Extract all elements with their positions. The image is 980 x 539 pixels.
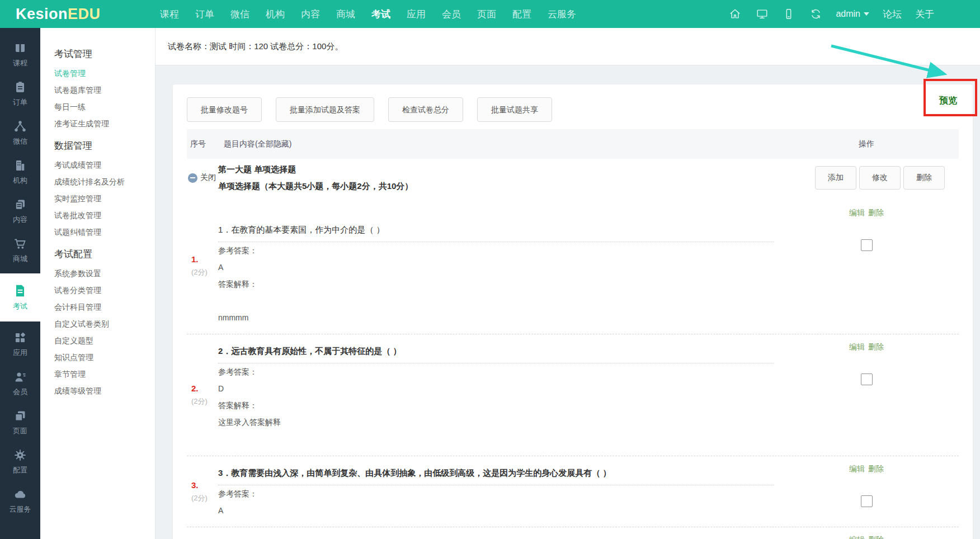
home-icon[interactable]	[728, 7, 742, 21]
share-nodes-icon	[13, 120, 27, 133]
submenu-item-chapter-management[interactable]: 章节管理	[54, 366, 155, 382]
delete-link[interactable]: 删除	[868, 463, 884, 474]
question-2-checkbox[interactable]	[861, 373, 873, 385]
submenu-item-paper-grading[interactable]: 试卷批改管理	[54, 207, 155, 224]
topnav-item-exam[interactable]: 考试	[371, 8, 390, 21]
add-question-button[interactable]: 添加	[815, 166, 856, 190]
group-titles: 第一大题 单项选择题 单项选择题（本大题共5小题，每小题2分，共10分）	[218, 161, 774, 195]
gear-icon	[13, 448, 27, 462]
sidebar-item-wechat[interactable]: 微信	[0, 114, 40, 153]
sidebar-item-cloud[interactable]: 云服务	[0, 481, 40, 521]
topnav-item-content[interactable]: 内容	[301, 8, 320, 21]
topnav-item-courses[interactable]: 课程	[160, 8, 179, 21]
answer-value: D	[218, 380, 774, 397]
submenu-item-question-bank[interactable]: 试卷题库管理	[54, 82, 155, 98]
submenu-item-grade-levels[interactable]: 成绩等级管理	[54, 382, 155, 399]
mobile-site-icon[interactable]	[782, 7, 795, 21]
sidebar-item-content[interactable]: 内容	[0, 192, 40, 231]
answer-value: A	[218, 502, 774, 519]
topnav-item-cloud[interactable]: 云服务	[548, 8, 576, 21]
submenu-item-paper-category[interactable]: 试卷分类管理	[54, 282, 155, 299]
exam-submenu: 考试管理 试卷管理 试卷题库管理 每日一练 准考证生成管理 数据管理 考试成绩管…	[40, 28, 156, 539]
clipboard-icon	[13, 81, 27, 94]
question-2-seq: 2. (2分)	[187, 334, 218, 456]
question-1-checkbox[interactable]	[861, 239, 873, 251]
sidebar-item-pages[interactable]: 页面	[0, 403, 40, 442]
delete-link[interactable]: 删除	[868, 341, 884, 352]
sidebar-item-config[interactable]: 配置	[0, 442, 40, 481]
topnav-item-apps[interactable]: 应用	[407, 8, 426, 21]
topnav-item-config[interactable]: 配置	[512, 8, 531, 21]
collapse-toggle[interactable]: 关闭	[187, 173, 218, 183]
shopping-cart-icon	[13, 237, 27, 250]
sidebar-item-courses[interactable]: 课程	[0, 35, 40, 74]
topnav-item-pages[interactable]: 页面	[477, 8, 496, 21]
paper-info-text: 试卷名称：测试 时间：120 试卷总分：100分。	[168, 41, 343, 52]
submenu-item-daily-practice[interactable]: 每日一练	[54, 98, 155, 115]
question-3-checkbox[interactable]	[861, 495, 873, 507]
sidebar-item-members[interactable]: 会员	[0, 364, 40, 403]
about-link[interactable]: 关于	[915, 8, 934, 21]
question-4-actions: 编辑 删除	[774, 527, 959, 539]
desktop-site-icon[interactable]	[755, 7, 769, 21]
edit-link[interactable]: 编辑	[849, 534, 865, 539]
submenu-item-custom-question-type[interactable]: 自定义题型	[54, 332, 155, 349]
question-number: 2.	[191, 384, 199, 393]
question-group-row: 关闭 第一大题 单项选择题 单项选择题（本大题共5小题，每小题2分，共10分） …	[187, 159, 959, 198]
batch-add-questions-button[interactable]: 批量添加试题及答案	[276, 97, 374, 122]
column-header-action: 操作	[774, 139, 959, 149]
book-icon	[13, 41, 27, 55]
submenu-item-score-stats[interactable]: 成绩统计排名及分析	[54, 173, 155, 190]
logo-edu: EDU	[68, 6, 101, 22]
main-content: 试卷名称：测试 时间：120 试卷总分：100分。 预览 批量修改题号 批量添加…	[156, 28, 980, 539]
submenu-item-admission-ticket[interactable]: 准考证生成管理	[54, 115, 155, 132]
submenu-item-knowledge-points[interactable]: 知识点管理	[54, 349, 155, 366]
answer-label: 参考答案：	[218, 242, 774, 259]
submenu-item-realtime-monitor[interactable]: 实时监控管理	[54, 190, 155, 207]
sidebar-item-mall[interactable]: 商城	[0, 231, 40, 270]
logo-kesion: Kesion	[16, 6, 68, 22]
top-menu: 课程 订单 微信 机构 内容 商城 考试 应用 会员 页面 配置 云服务	[160, 8, 576, 21]
batch-renumber-button[interactable]: 批量修改题号	[187, 97, 262, 122]
topnav-item-orders[interactable]: 订单	[195, 8, 214, 21]
paper-info-bar: 试卷名称：测试 时间：120 试卷总分：100分。	[156, 28, 980, 65]
delete-link[interactable]: 删除	[868, 534, 884, 539]
question-1-actions: 编辑 删除	[774, 198, 959, 334]
answer-label: 参考答案：	[218, 363, 774, 380]
sidebar-item-exam[interactable]: 考试	[0, 273, 40, 321]
sidebar-item-organization[interactable]: 机构	[0, 153, 40, 192]
sidebar-item-orders[interactable]: 订单	[0, 74, 40, 114]
delete-link[interactable]: 删除	[868, 207, 884, 218]
edit-link[interactable]: 编辑	[849, 207, 865, 218]
refresh-icon[interactable]	[809, 7, 822, 21]
modify-group-button[interactable]: 修改	[859, 166, 901, 190]
question-1-seq: 1. (2分)	[187, 198, 218, 334]
topnav-item-members[interactable]: 会员	[442, 8, 461, 21]
question-2-content: 2．远古教育具有原始性，不属于其特征的是（ ） 参考答案： D 答案解释： 这里…	[218, 334, 774, 456]
answer-label: 参考答案：	[218, 485, 774, 502]
edit-link[interactable]: 编辑	[849, 463, 865, 474]
group-actions: 添加 修改 删除	[774, 166, 959, 190]
submenu-item-system-params[interactable]: 系统参数设置	[54, 265, 155, 282]
admin-user-menu[interactable]: admin	[836, 9, 869, 19]
check-total-score-button[interactable]: 检查试卷总分	[388, 97, 463, 122]
batch-share-button[interactable]: 批量试题共享	[477, 97, 552, 122]
submenu-item-error-correction[interactable]: 试题纠错管理	[54, 224, 155, 240]
submenu-item-score-management[interactable]: 考试成绩管理	[54, 157, 155, 173]
submenu-item-custom-paper-type[interactable]: 自定义试卷类别	[54, 315, 155, 332]
submenu-item-paper-management[interactable]: 试卷管理	[54, 65, 155, 82]
delete-group-button[interactable]: 删除	[903, 166, 945, 190]
forum-link[interactable]: 论坛	[883, 8, 902, 21]
sidebar-item-apps[interactable]: 应用	[0, 325, 40, 364]
topnav-item-wechat[interactable]: 微信	[230, 8, 249, 21]
edit-link[interactable]: 编辑	[849, 341, 865, 352]
pages-layers-icon	[13, 409, 27, 423]
submenu-section-exam-management: 考试管理	[54, 48, 155, 60]
topnav-item-mall[interactable]: 商城	[336, 8, 355, 21]
submenu-section-exam-config: 考试配置	[54, 248, 155, 261]
collapse-label: 关闭	[200, 173, 216, 183]
question-number: 1.	[191, 254, 199, 264]
topnav-item-organization[interactable]: 机构	[266, 8, 285, 21]
submenu-item-accounting-subjects[interactable]: 会计科目管理	[54, 299, 155, 315]
preview-button[interactable]: 预览	[939, 92, 957, 109]
